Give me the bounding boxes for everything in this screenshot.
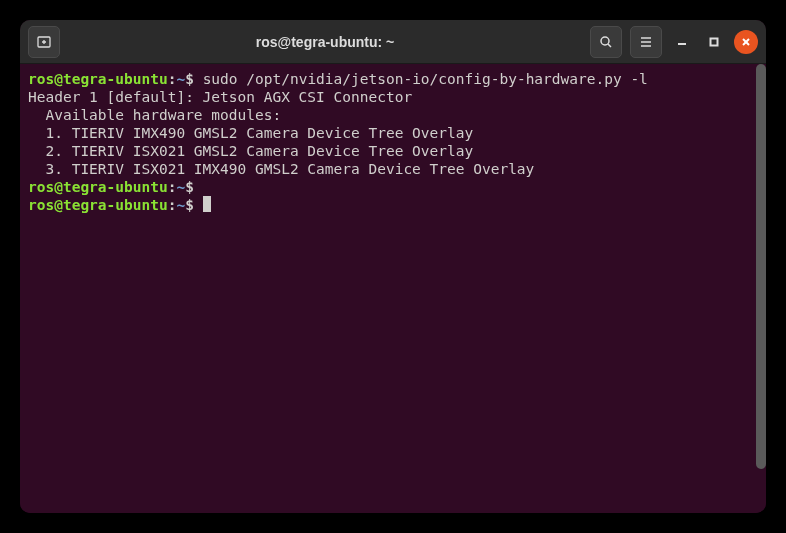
prompt-user: ros@tegra-ubuntu: [28, 71, 168, 87]
terminal-line: 1. TIERIV IMX490 GMSL2 Camera Device Tre…: [28, 124, 758, 142]
prompt-dollar: $: [185, 71, 202, 87]
scrollbar-thumb[interactable]: [756, 64, 766, 469]
prompt-user: ros@tegra-ubuntu: [28, 197, 168, 213]
minimize-button[interactable]: [670, 30, 694, 54]
new-tab-button[interactable]: [28, 26, 60, 58]
terminal-body[interactable]: ros@tegra-ubuntu:~$ sudo /opt/nvidia/jet…: [20, 64, 766, 513]
output-text: Header 1 [default]: Jetson AGX CSI Conne…: [28, 89, 412, 105]
menu-icon: [638, 34, 654, 50]
maximize-icon: [709, 37, 719, 47]
terminal-line: ros@tegra-ubuntu:~$: [28, 178, 758, 196]
terminal-line: ros@tegra-ubuntu:~$: [28, 196, 758, 214]
titlebar-right: [590, 26, 758, 58]
close-icon: [741, 37, 751, 47]
search-button[interactable]: [590, 26, 622, 58]
prompt-dollar: $: [185, 179, 202, 195]
scrollbar[interactable]: [756, 64, 766, 513]
prompt-path: ~: [176, 197, 185, 213]
prompt-dollar: $: [185, 197, 202, 213]
search-icon: [598, 34, 614, 50]
output-text: Available hardware modules:: [28, 107, 281, 123]
minimize-icon: [677, 37, 687, 47]
svg-line-4: [608, 44, 611, 47]
prompt-path: ~: [176, 179, 185, 195]
svg-rect-9: [711, 38, 718, 45]
command-text: sudo /opt/nvidia/jetson-io/config-by-har…: [203, 71, 648, 87]
prompt-user: ros@tegra-ubuntu: [28, 179, 168, 195]
terminal-line: Available hardware modules:: [28, 106, 758, 124]
prompt-path: ~: [176, 71, 185, 87]
close-button[interactable]: [734, 30, 758, 54]
cursor: [203, 196, 211, 212]
terminal-content: ros@tegra-ubuntu:~$ sudo /opt/nvidia/jet…: [28, 70, 758, 214]
new-tab-icon: [36, 34, 52, 50]
titlebar: ros@tegra-ubuntu: ~: [20, 20, 766, 64]
svg-point-3: [601, 37, 609, 45]
window-title: ros@tegra-ubuntu: ~: [60, 34, 590, 50]
output-text: 3. TIERIV ISX021 IMX490 GMSL2 Camera Dev…: [28, 161, 534, 177]
titlebar-left: [28, 26, 60, 58]
terminal-line: ros@tegra-ubuntu:~$ sudo /opt/nvidia/jet…: [28, 70, 758, 88]
terminal-line: 3. TIERIV ISX021 IMX490 GMSL2 Camera Dev…: [28, 160, 758, 178]
maximize-button[interactable]: [702, 30, 726, 54]
output-text: 2. TIERIV ISX021 GMSL2 Camera Device Tre…: [28, 143, 473, 159]
output-text: 1. TIERIV IMX490 GMSL2 Camera Device Tre…: [28, 125, 473, 141]
terminal-line: Header 1 [default]: Jetson AGX CSI Conne…: [28, 88, 758, 106]
terminal-line: 2. TIERIV ISX021 GMSL2 Camera Device Tre…: [28, 142, 758, 160]
terminal-window: ros@tegra-ubuntu: ~: [20, 20, 766, 513]
menu-button[interactable]: [630, 26, 662, 58]
